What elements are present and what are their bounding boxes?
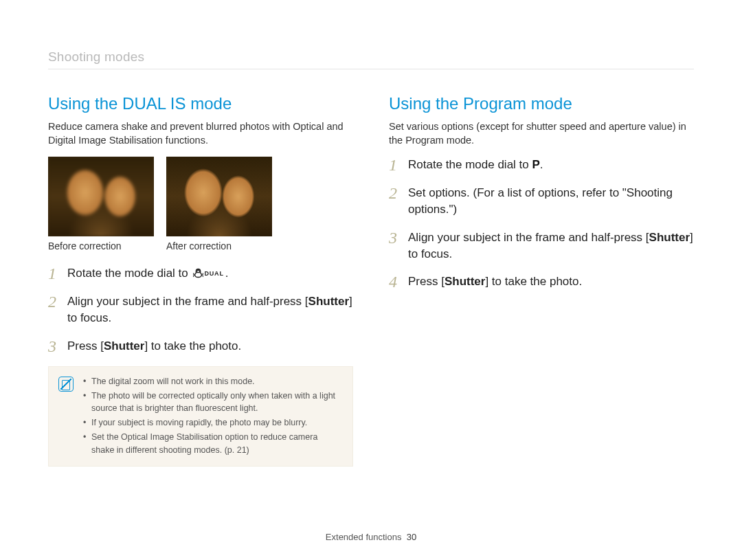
step-text-bold: Shutter <box>445 275 486 288</box>
section-title-program: Using the Program mode <box>389 94 694 113</box>
footer-section: Extended functions <box>326 532 402 542</box>
step-text-pre: Align your subject in the frame and half… <box>67 295 308 308</box>
note-item: Set the Optical Image Stabilisation opti… <box>83 431 343 457</box>
page: Shooting modes Using the DUAL IS mode Re… <box>0 0 742 467</box>
note-list: The digital zoom will not work in this m… <box>83 375 343 458</box>
step: 3 Align your subject in the frame and ha… <box>389 229 694 262</box>
step-text: Align your subject in the frame and half… <box>408 229 694 262</box>
step-text: Align your subject in the frame and half… <box>67 293 353 326</box>
steps-program: 1 Rotate the mode dial to P. 2 Set optio… <box>389 157 694 291</box>
dual-is-icon: DUAL <box>193 268 224 280</box>
step-text-post: ] to take the photo. <box>144 339 241 352</box>
step-text-pre: Press [ <box>67 339 104 352</box>
note-icon <box>58 377 74 392</box>
caption-row: Before correction After correction <box>48 240 353 251</box>
step-number: 2 <box>389 185 408 202</box>
comparison-images <box>48 157 353 236</box>
intro-dual-is: Reduce camera shake and prevent blurred … <box>48 120 353 147</box>
step-text-bold: Shutter <box>308 295 350 308</box>
step-text: Press [Shutter] to take the photo. <box>408 273 694 290</box>
step: 1 Rotate the mode dial to DUAL. <box>48 265 353 282</box>
left-column: Using the DUAL IS mode Reduce camera sha… <box>48 94 353 467</box>
step: 1 Rotate the mode dial to P. <box>389 157 694 174</box>
page-footer: Extended functions 30 <box>0 532 742 542</box>
section-title-dual-is: Using the DUAL IS mode <box>48 94 353 113</box>
note-item: The photo will be corrected optically on… <box>83 390 343 416</box>
step-number: 1 <box>48 265 67 282</box>
step-text-post: ] to take the photo. <box>485 275 582 288</box>
note-item: The digital zoom will not work in this m… <box>83 375 343 388</box>
step-number: 4 <box>389 273 408 291</box>
step-text-bold: Shutter <box>104 339 145 352</box>
step-text-pre: Rotate the mode dial to <box>67 267 192 280</box>
step-text-post: . <box>540 158 543 171</box>
mode-p-icon: P <box>532 158 540 171</box>
step: 4 Press [Shutter] to take the photo. <box>389 273 694 291</box>
content-columns: Using the DUAL IS mode Reduce camera sha… <box>48 94 694 467</box>
step-text: Set options. (For a list of options, ref… <box>408 185 694 218</box>
intro-program: Set various options (except for shutter … <box>389 120 694 147</box>
right-column: Using the Program mode Set various optio… <box>389 94 694 467</box>
steps-dual-is: 1 Rotate the mode dial to DUAL. 2 Align … <box>48 265 353 355</box>
step-text-pre: Rotate the mode dial to <box>408 158 532 171</box>
image-before-correction <box>48 157 154 236</box>
step-text-bold: Shutter <box>649 231 690 244</box>
dual-is-icon-label: DUAL <box>205 269 224 278</box>
step: 2 Set options. (For a list of options, r… <box>389 185 694 218</box>
footer-page-number: 30 <box>407 532 416 542</box>
step-number: 3 <box>389 229 408 247</box>
step-number: 1 <box>389 157 408 174</box>
caption-after: After correction <box>166 240 272 251</box>
step-text-pre: Press [ <box>408 275 445 288</box>
breadcrumb: Shooting modes <box>48 49 694 69</box>
step-text: Rotate the mode dial to DUAL. <box>67 265 353 282</box>
note-item: If your subject is moving rapidly, the p… <box>83 416 343 429</box>
step-text: Press [Shutter] to take the photo. <box>67 338 353 355</box>
caption-before: Before correction <box>48 240 154 251</box>
step-number: 3 <box>48 338 67 355</box>
step-number: 2 <box>48 293 67 311</box>
step-text: Rotate the mode dial to P. <box>408 157 694 173</box>
step: 3 Press [Shutter] to take the photo. <box>48 338 353 355</box>
step-text-post: . <box>225 267 229 280</box>
step-text-pre: Align your subject in the frame and half… <box>408 231 649 244</box>
step: 2 Align your subject in the frame and ha… <box>48 293 353 326</box>
note-box: The digital zoom will not work in this m… <box>48 366 353 467</box>
image-after-correction <box>166 157 272 236</box>
